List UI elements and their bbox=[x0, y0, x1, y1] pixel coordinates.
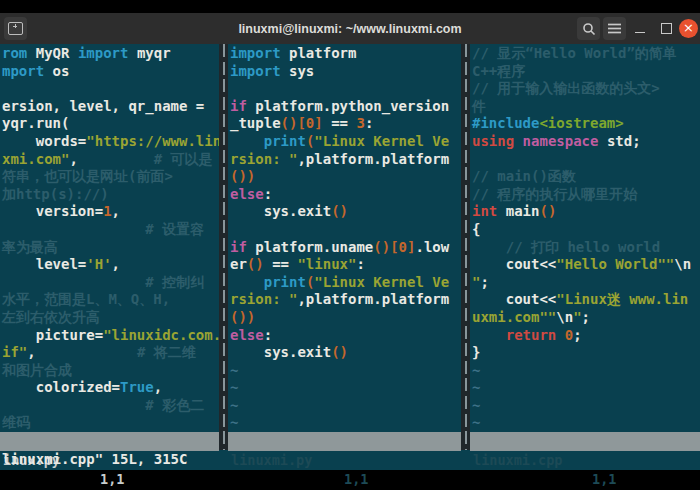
code-line: ~ bbox=[470, 397, 700, 415]
statusbar-right: linuxmi.cpp 1,1 全部 bbox=[470, 432, 700, 451]
maximize-button[interactable] bbox=[656, 13, 676, 44]
code-line: } bbox=[470, 344, 700, 362]
code-line: ~ bbox=[470, 414, 700, 432]
code-line: cout<<"Hello World""\n bbox=[470, 256, 700, 274]
code-line: import sys bbox=[228, 63, 461, 81]
code-line: if", # 将二维 bbox=[0, 344, 219, 362]
minimize-button[interactable] bbox=[630, 13, 650, 44]
cursor-position: 1,1 bbox=[344, 470, 368, 489]
code-line: 水平，范围是L、M、Q、H, bbox=[0, 291, 219, 309]
code-line: using namespace std; bbox=[470, 133, 700, 151]
close-icon: × bbox=[679, 19, 698, 38]
code-line: ()) bbox=[228, 309, 461, 327]
code-line: "; bbox=[470, 274, 700, 292]
code-line: ()) bbox=[228, 168, 461, 186]
code-line: sys.exit() bbox=[228, 203, 461, 221]
search-icon bbox=[582, 22, 596, 36]
code-line: 左到右依次升高 bbox=[0, 309, 219, 327]
command-line: linuxmi.cpp" 15L, 315C bbox=[0, 450, 700, 470]
maximize-icon bbox=[661, 23, 672, 34]
code-line: 符串，也可以是网址(前面> bbox=[0, 168, 219, 186]
statusbar-middle: linuxmi.py 1,1 全部 bbox=[228, 432, 461, 451]
code-line: return 0; bbox=[470, 327, 700, 345]
editor-pane-right[interactable]: // 显示“Hello World”的简单C++程序// 用于输入输出函数的头文… bbox=[470, 45, 700, 433]
code-line: int main() bbox=[470, 203, 700, 221]
code-line bbox=[228, 221, 461, 239]
code-line: # 控制纠 bbox=[0, 274, 219, 292]
code-line: { bbox=[470, 221, 700, 239]
minimize-icon bbox=[635, 32, 645, 33]
code-line: level='H', bbox=[0, 256, 219, 274]
editor-pane-left[interactable]: rom MyQR import myqrmport osersion, leve… bbox=[0, 45, 219, 433]
code-line: ~ bbox=[470, 379, 700, 397]
close-button[interactable]: × bbox=[679, 13, 700, 44]
titlebar: linuxmi@linuxmi: ~/www.linuxmi.com × bbox=[0, 13, 700, 44]
code-line: _tuple()[0] == 3: bbox=[228, 115, 461, 133]
code-line: else: bbox=[228, 186, 461, 204]
code-line: ~ bbox=[228, 362, 461, 380]
code-line: 加http(s)://) bbox=[0, 186, 219, 204]
code-line: # 设置容 bbox=[0, 221, 219, 239]
code-line: yqr.run( bbox=[0, 115, 219, 133]
code-line: // 打印 hello world bbox=[470, 239, 700, 257]
code-line: #include<iostream> bbox=[470, 115, 700, 133]
menu-icon bbox=[608, 23, 621, 34]
code-line: 件 bbox=[470, 98, 700, 116]
code-line: ~ bbox=[228, 379, 461, 397]
code-line: if platform.python_version bbox=[228, 98, 461, 116]
code-line: rom MyQR import myqr bbox=[0, 45, 219, 63]
screen: linuxmi@linuxmi: ~/www.linuxmi.com × rom… bbox=[0, 0, 700, 490]
code-line: cout<<"Linux迷 www.lin bbox=[470, 291, 700, 309]
code-line bbox=[0, 80, 219, 98]
code-line bbox=[470, 151, 700, 169]
search-button[interactable] bbox=[577, 17, 600, 40]
code-line: C++程序 bbox=[470, 63, 700, 81]
pane-separator[interactable] bbox=[219, 44, 228, 450]
code-line: er() == "linux": bbox=[228, 256, 461, 274]
code-line: print("Linux Kernel Ve bbox=[228, 133, 461, 151]
code-line: // 用于输入输出函数的头文> bbox=[470, 80, 700, 98]
code-line: uxmi.com""\n"; bbox=[470, 309, 700, 327]
code-line: ~ bbox=[228, 397, 461, 415]
code-line: colorized=True, bbox=[0, 379, 219, 397]
cursor-position: 1,1 bbox=[100, 470, 124, 489]
code-line: import platform bbox=[228, 45, 461, 63]
code-line: xmi.com", # 可以是 bbox=[0, 151, 219, 169]
code-line: if platform.uname()[0].low bbox=[228, 239, 461, 257]
code-line: 率为最高 bbox=[0, 239, 219, 257]
code-line: ~ bbox=[228, 414, 461, 432]
code-line: version=1, bbox=[0, 203, 219, 221]
menu-button[interactable] bbox=[603, 17, 626, 40]
code-line: print("Linux Kernel Ve bbox=[228, 274, 461, 292]
editor-pane-middle[interactable]: import platformimport sysif platform.pyt… bbox=[228, 45, 461, 433]
code-line: mport os bbox=[0, 63, 219, 81]
code-line: else: bbox=[228, 327, 461, 345]
code-line: rsion: ",platform.platform bbox=[228, 291, 461, 309]
code-line: ersion, level, qr_name = bbox=[0, 98, 219, 116]
code-line: sys.exit() bbox=[228, 344, 461, 362]
code-line: words="https://www.lin bbox=[0, 133, 219, 151]
terminal: rom MyQR import myqrmport osersion, leve… bbox=[0, 44, 700, 470]
code-line: 和图片合成 bbox=[0, 362, 219, 380]
code-line: ~ bbox=[470, 362, 700, 380]
code-line: // 程序的执行从哪里开始 bbox=[470, 186, 700, 204]
code-line: // main()函数 bbox=[470, 168, 700, 186]
code-line: picture="linuxidc.com. bbox=[0, 327, 219, 345]
code-line: 维码 bbox=[0, 414, 219, 432]
cursor-position: 1,1 bbox=[592, 470, 616, 489]
code-line: # 彩色二 bbox=[0, 397, 219, 415]
statusbar-left: inux.py 1,1 顶端 bbox=[0, 432, 219, 451]
code-line: // 显示“Hello World”的简单 bbox=[470, 45, 700, 63]
code-line bbox=[228, 80, 461, 98]
code-line: rsion: ",platform.platform bbox=[228, 151, 461, 169]
pane-separator[interactable] bbox=[461, 44, 470, 450]
